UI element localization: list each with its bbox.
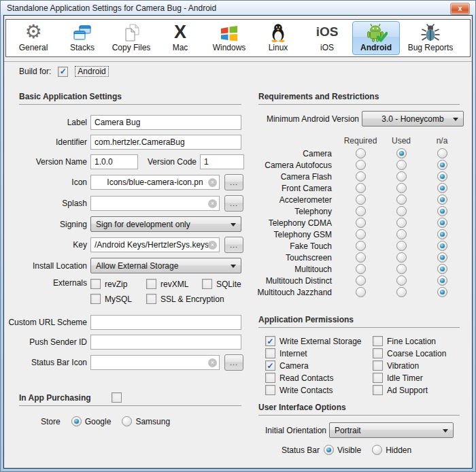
requirement-radio-required[interactable] bbox=[356, 171, 366, 182]
splash-path-input[interactable] bbox=[90, 196, 220, 211]
requirement-radio-na[interactable] bbox=[437, 241, 447, 251]
external-option[interactable]: revZip bbox=[90, 280, 146, 288]
permission-option[interactable]: Idle Timer bbox=[373, 373, 446, 382]
tab-linux[interactable]: Linux bbox=[254, 21, 302, 55]
version-name-input[interactable] bbox=[90, 154, 138, 169]
requirement-radio-used[interactable] bbox=[396, 241, 407, 251]
requirement-radio-used[interactable] bbox=[396, 264, 407, 274]
requirement-radio-na[interactable] bbox=[437, 275, 447, 286]
requirement-radio-used[interactable] bbox=[396, 171, 407, 182]
requirement-radio-na[interactable] bbox=[437, 195, 447, 205]
checkbox-icon[interactable] bbox=[90, 294, 101, 304]
initial-orientation-dropdown[interactable]: Portrait bbox=[329, 422, 454, 438]
signing-dropdown[interactable]: Sign for development only bbox=[90, 216, 241, 232]
requirement-radio-na[interactable] bbox=[437, 218, 447, 228]
requirement-radio-required[interactable] bbox=[356, 287, 366, 297]
external-option[interactable]: MySQL bbox=[90, 294, 146, 303]
checkbox-icon[interactable] bbox=[146, 279, 156, 289]
status-bar-option[interactable]: Visible bbox=[324, 445, 361, 455]
external-option[interactable]: revXML bbox=[146, 280, 202, 288]
status-bar-icon-browse-button[interactable]: ... bbox=[224, 354, 243, 371]
status-bar-option[interactable]: Hidden bbox=[372, 445, 411, 455]
tab-ios[interactable]: iOS iOS bbox=[303, 21, 351, 55]
icon-browse-button[interactable]: ... bbox=[224, 174, 243, 190]
requirement-radio-required[interactable] bbox=[356, 252, 366, 263]
radio-icon[interactable] bbox=[122, 416, 132, 426]
external-option[interactable]: SQLite bbox=[202, 280, 241, 288]
version-code-input[interactable] bbox=[200, 154, 244, 169]
requirement-radio-na[interactable] bbox=[437, 171, 447, 182]
external-option[interactable]: SSL & Encryption bbox=[146, 294, 224, 303]
requirement-radio-required[interactable] bbox=[356, 241, 366, 251]
clear-icon[interactable]: × bbox=[208, 199, 217, 208]
checkbox-icon[interactable] bbox=[90, 279, 101, 289]
requirement-radio-used[interactable] bbox=[396, 160, 407, 170]
permission-option[interactable]: Read Contacts bbox=[265, 373, 373, 382]
identifier-input[interactable] bbox=[90, 135, 241, 150]
build-for-checkbox[interactable]: ✓ bbox=[58, 67, 68, 77]
permission-option[interactable]: ✓Camera bbox=[265, 361, 373, 370]
custom-url-input[interactable] bbox=[90, 315, 241, 330]
requirement-radio-used[interactable] bbox=[396, 218, 407, 228]
close-button[interactable]: x bbox=[450, 3, 470, 15]
requirement-radio-na[interactable] bbox=[437, 206, 447, 216]
requirement-radio-required[interactable] bbox=[356, 160, 366, 170]
radio-icon[interactable] bbox=[372, 445, 382, 455]
permission-option[interactable]: Internet bbox=[265, 349, 373, 358]
app-label-input[interactable] bbox=[90, 115, 241, 130]
checkbox-icon[interactable] bbox=[265, 373, 275, 383]
store-option[interactable]: Samsung bbox=[122, 416, 170, 426]
requirement-radio-required[interactable] bbox=[356, 183, 366, 193]
tab-general[interactable]: ⚙ General bbox=[10, 21, 57, 55]
requirement-radio-na[interactable] bbox=[437, 287, 447, 297]
icon-path-input[interactable] bbox=[90, 175, 220, 190]
key-path-input[interactable] bbox=[90, 237, 220, 252]
checkbox-icon[interactable]: ✓ bbox=[265, 360, 275, 371]
requirement-radio-used[interactable] bbox=[396, 287, 407, 297]
status-bar-icon-input[interactable] bbox=[90, 355, 220, 370]
tab-mac[interactable]: X Mac bbox=[156, 21, 204, 55]
requirement-radio-used[interactable] bbox=[396, 252, 407, 263]
requirement-radio-required[interactable] bbox=[356, 148, 366, 158]
checkbox-icon[interactable] bbox=[265, 385, 275, 395]
requirement-radio-used[interactable] bbox=[396, 229, 407, 239]
install-location-dropdown[interactable]: Allow External Storage bbox=[90, 258, 241, 273]
permission-option[interactable]: Vibration bbox=[373, 361, 446, 370]
clear-icon[interactable]: × bbox=[208, 241, 217, 250]
requirement-radio-required[interactable] bbox=[356, 195, 366, 205]
requirement-radio-na[interactable] bbox=[437, 183, 447, 193]
requirement-radio-na[interactable] bbox=[437, 229, 447, 239]
checkbox-icon[interactable]: ✓ bbox=[265, 336, 275, 346]
permission-option[interactable]: ✓Write External Storage bbox=[265, 337, 373, 345]
checkbox-icon[interactable] bbox=[373, 360, 383, 371]
checkbox-icon[interactable] bbox=[202, 279, 212, 289]
requirement-radio-na[interactable] bbox=[437, 264, 447, 274]
checkbox-icon[interactable] bbox=[373, 336, 383, 346]
requirement-radio-used[interactable] bbox=[396, 206, 407, 216]
clear-icon[interactable]: × bbox=[208, 358, 217, 367]
requirement-radio-used[interactable] bbox=[396, 275, 407, 286]
requirement-radio-used[interactable] bbox=[396, 148, 407, 158]
splash-browse-button[interactable]: ... bbox=[224, 195, 243, 212]
checkbox-icon[interactable] bbox=[146, 294, 156, 304]
clear-icon[interactable]: × bbox=[208, 178, 217, 187]
requirement-radio-required[interactable] bbox=[356, 218, 366, 228]
checkbox-icon[interactable] bbox=[373, 373, 383, 383]
store-option[interactable]: Google bbox=[71, 416, 112, 426]
key-browse-button[interactable]: ... bbox=[224, 237, 243, 253]
requirement-radio-na[interactable] bbox=[437, 160, 447, 170]
tab-bug-reports[interactable]: Bug Reports bbox=[401, 21, 460, 55]
tab-stacks[interactable]: Stacks bbox=[58, 21, 106, 55]
requirement-radio-na[interactable] bbox=[437, 252, 447, 263]
checkbox-icon[interactable] bbox=[265, 348, 275, 358]
requirement-radio-na[interactable] bbox=[437, 148, 447, 158]
push-sender-input[interactable] bbox=[90, 335, 241, 350]
requirement-radio-required[interactable] bbox=[356, 229, 366, 239]
build-for-option-label[interactable]: Android bbox=[75, 66, 108, 77]
requirement-radio-required[interactable] bbox=[356, 206, 366, 216]
checkbox-icon[interactable] bbox=[373, 348, 383, 358]
requirement-radio-required[interactable] bbox=[356, 264, 366, 274]
permission-option[interactable]: Write Contacts bbox=[265, 386, 373, 394]
radio-icon[interactable] bbox=[324, 445, 334, 455]
checkbox-icon[interactable] bbox=[373, 385, 383, 395]
